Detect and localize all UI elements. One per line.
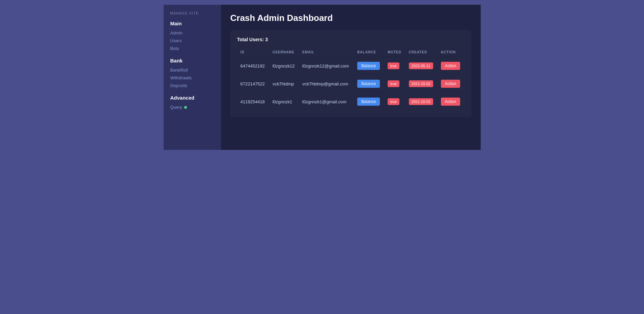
cell-created-1: 2021-10-02 (405, 75, 438, 93)
cell-muted-0: true (384, 57, 405, 75)
table-row: 4119254418 l0zgnnzk1 l0zgnnzk1@gmail.com… (237, 93, 465, 111)
cell-muted-1: true (384, 75, 405, 93)
cell-action-0[interactable]: Action (438, 57, 465, 75)
table-row: 6722147522 vcb7htdmp vcb7htdmp@gmail.com… (237, 75, 465, 93)
sidebar-item-users[interactable]: Users (170, 37, 214, 45)
muted-badge-2: true (388, 98, 399, 105)
table-header-row: ID USERNAME EMAIL BALANCE MUTED CREATED … (237, 48, 465, 57)
col-header-id: ID (237, 48, 269, 57)
created-badge-0: 2022-05-11 (409, 62, 433, 69)
sidebar-item-admin[interactable]: Admin (170, 29, 214, 37)
page-title: Crash Admin Dashboard (230, 13, 471, 23)
sidebar-item-deposits-label: Deposits (170, 83, 188, 88)
balance-button-2[interactable]: Balance (357, 98, 380, 106)
sidebar-item-bots-label: Bots (170, 46, 179, 51)
col-header-username: USERNAME (269, 48, 299, 57)
sidebar-item-withdrawls[interactable]: Withdrawls (170, 74, 214, 82)
col-header-email: EMAIL (299, 48, 354, 57)
cell-id-1: 6722147522 (237, 75, 269, 93)
col-header-balance: BALANCE (354, 48, 384, 57)
total-users-label: Total Users: 3 (237, 37, 465, 42)
cell-created-0: 2022-05-11 (405, 57, 438, 75)
col-header-created: CREATED (405, 48, 438, 57)
sidebar-item-query[interactable]: Query (170, 103, 214, 111)
action-button-0[interactable]: Action (441, 62, 460, 70)
created-badge-2: 2021-10-02 (409, 98, 433, 105)
sidebar-item-bots[interactable]: Bots (170, 45, 214, 52)
action-button-1[interactable]: Action (441, 80, 460, 88)
sidebar-section-advanced: Advanced (170, 95, 214, 101)
cell-username-0: l0zgnnzk12 (269, 57, 299, 75)
cell-muted-2: true (384, 93, 405, 111)
users-table: ID USERNAME EMAIL BALANCE MUTED CREATED … (237, 48, 465, 110)
action-button-2[interactable]: Action (441, 98, 460, 106)
cell-email-1: vcb7htdmp@gmail.com (299, 75, 354, 93)
query-status-dot (184, 106, 187, 109)
sidebar-section-bank: Bank (170, 58, 214, 63)
table-row: 6474452192 l0zgnnzk12 l0zgnnzk12@gmail.c… (237, 57, 465, 75)
cell-email-0: l0zgnnzk12@gmail.com (299, 57, 354, 75)
sidebar-item-bankroll[interactable]: BankRoll (170, 66, 214, 74)
created-badge-1: 2021-10-02 (409, 80, 433, 87)
muted-badge-0: true (388, 62, 399, 69)
manage-site-label: MANAGE SITE (170, 11, 214, 15)
sidebar-item-admin-label: Admin (170, 30, 183, 35)
cell-created-2: 2021-10-02 (405, 93, 438, 111)
sidebar-item-query-label: Query (170, 105, 182, 110)
sidebar-item-bankroll-label: BankRoll (170, 68, 188, 73)
cell-action-1[interactable]: Action (438, 75, 465, 93)
cell-email-2: l0zgnnzk1@gmail.com (299, 93, 354, 111)
cell-balance-1[interactable]: Balance (354, 75, 384, 93)
sidebar-section-main: Main (170, 21, 214, 26)
cell-action-2[interactable]: Action (438, 93, 465, 111)
col-header-action: ACTION (438, 48, 465, 57)
muted-badge-1: true (388, 80, 399, 87)
users-table-container: Total Users: 3 ID USERNAME EMAIL BALANCE… (230, 30, 471, 117)
sidebar-item-withdrawls-label: Withdrawls (170, 75, 192, 80)
cell-id-2: 4119254418 (237, 93, 269, 111)
sidebar: MANAGE SITE Main Admin Users Bots Bank B… (164, 5, 221, 150)
cell-username-1: vcb7htdmp (269, 75, 299, 93)
cell-id-0: 6474452192 (237, 57, 269, 75)
sidebar-item-users-label: Users (170, 38, 182, 43)
cell-balance-2[interactable]: Balance (354, 93, 384, 111)
main-content: Crash Admin Dashboard Total Users: 3 ID … (221, 5, 481, 150)
cell-username-2: l0zgnnzk1 (269, 93, 299, 111)
balance-button-0[interactable]: Balance (357, 62, 380, 70)
balance-button-1[interactable]: Balance (357, 80, 380, 88)
col-header-muted: MUTED (384, 48, 405, 57)
cell-balance-0[interactable]: Balance (354, 57, 384, 75)
sidebar-item-deposits[interactable]: Deposits (170, 82, 214, 89)
